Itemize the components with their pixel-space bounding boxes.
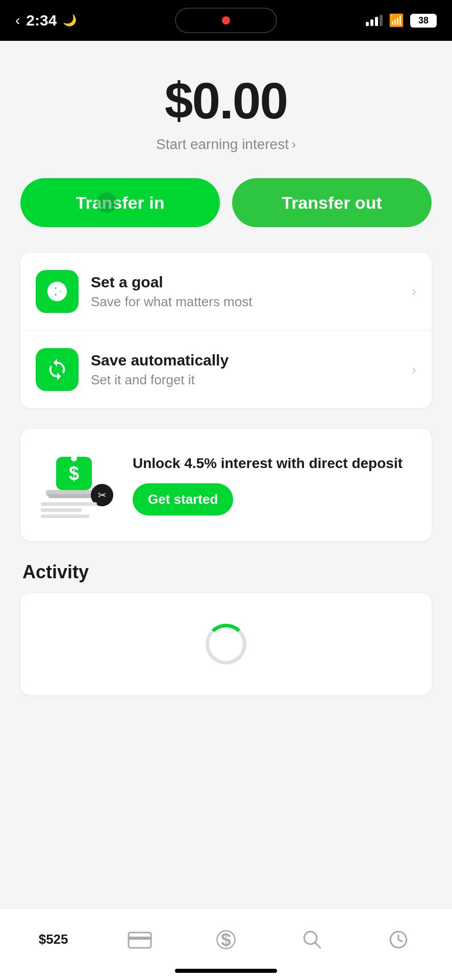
activity-card [20, 593, 432, 695]
back-arrow-icon[interactable]: ‹ [15, 12, 20, 29]
activity-section: Activity [20, 561, 432, 695]
signal-icon [366, 15, 383, 26]
wifi-icon: 📶 [389, 13, 404, 28]
clock-icon [388, 929, 409, 950]
save-auto-card[interactable]: Save automatically Set it and forget it … [20, 331, 432, 408]
promo-text-area: Unlock 4.5% interest with direct deposit… [133, 454, 416, 515]
nav-item-card[interactable] [96, 929, 183, 950]
svg-rect-5 [48, 494, 94, 498]
goal-card-title: Set a goal [91, 274, 399, 291]
interest-text: Start earning interest [156, 136, 289, 153]
nav-item-balance[interactable]: $525 [10, 932, 96, 947]
action-cards-section: Set a goal Save for what matters most › … [20, 253, 432, 408]
save-auto-card-subtitle: Set it and forget it [91, 372, 399, 388]
svg-rect-9 [41, 508, 82, 512]
loading-spinner [206, 624, 246, 665]
touch-indicator [96, 192, 117, 213]
save-auto-icon-bg [36, 348, 79, 391]
card-icon [128, 929, 152, 950]
promo-illustration: $ ✂ [36, 449, 117, 521]
nav-item-search[interactable] [269, 929, 356, 950]
svg-rect-11 [129, 933, 151, 948]
transfer-out-label: Transfer out [282, 193, 382, 213]
interest-chevron-icon: › [292, 137, 296, 152]
transfer-out-button[interactable]: Transfer out [232, 178, 432, 227]
goal-card-text: Set a goal Save for what matters most [91, 274, 399, 310]
set-goal-card[interactable]: Set a goal Save for what matters most › [20, 253, 432, 331]
svg-rect-8 [41, 502, 97, 506]
nav-item-history[interactable] [356, 929, 442, 950]
transfer-in-label: Transfer in [76, 193, 165, 213]
search-icon [302, 929, 323, 950]
goal-icon [45, 280, 69, 303]
status-bar-left: ‹ 2:34 🌙 [15, 12, 77, 29]
svg-rect-10 [41, 514, 89, 518]
promo-section: $ ✂ Unlock 4.5% interest with direct dep… [20, 429, 432, 541]
goal-card-subtitle: Save for what matters most [91, 294, 399, 310]
transfer-buttons-row: Transfer in Transfer out [20, 178, 432, 227]
main-content: $0.00 Start earning interest › Transfer … [0, 41, 452, 909]
promo-image-svg: $ ✂ [36, 449, 117, 521]
svg-point-3 [71, 455, 77, 461]
svg-text:$: $ [69, 463, 79, 484]
battery-indicator: 38 [410, 14, 437, 28]
nav-balance-label: $525 [39, 932, 68, 947]
interest-link[interactable]: Start earning interest › [156, 136, 296, 153]
svg-text:$: $ [221, 929, 231, 949]
save-auto-card-title: Save automatically [91, 352, 399, 369]
save-auto-card-text: Save automatically Set it and forget it [91, 352, 399, 388]
dollar-icon: $ [215, 929, 237, 950]
save-auto-chevron-icon: › [412, 361, 416, 378]
status-time: 2:34 [26, 12, 57, 29]
svg-rect-12 [129, 937, 151, 940]
bottom-nav: $525 $ [0, 909, 452, 980]
dynamic-island [175, 8, 277, 33]
svg-text:✂: ✂ [98, 489, 107, 501]
home-indicator [175, 969, 277, 973]
activity-title: Activity [20, 561, 432, 583]
recording-indicator [222, 16, 230, 24]
promo-title: Unlock 4.5% interest with direct deposit [133, 454, 416, 473]
balance-amount: $0.00 [165, 71, 287, 130]
status-bar-right: 📶 38 [366, 13, 437, 28]
save-auto-icon [45, 358, 69, 381]
get-started-button[interactable]: Get started [133, 483, 233, 516]
nav-item-cash[interactable]: $ [183, 929, 269, 950]
moon-icon: 🌙 [63, 14, 77, 27]
svg-line-16 [315, 943, 320, 948]
goal-chevron-icon: › [412, 283, 416, 300]
status-bar: ‹ 2:34 🌙 📶 38 [0, 0, 452, 41]
transfer-in-button[interactable]: Transfer in [20, 178, 220, 227]
goal-icon-bg [36, 270, 79, 313]
balance-section: $0.00 Start earning interest › [156, 71, 296, 153]
